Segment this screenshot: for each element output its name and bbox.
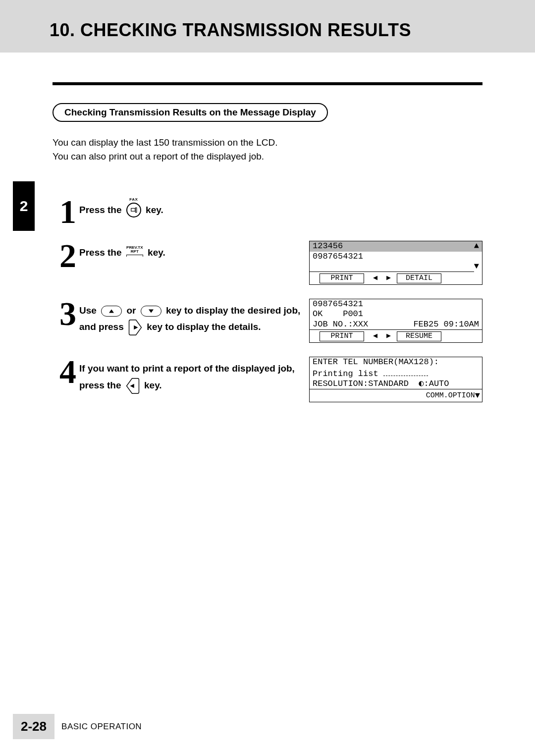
lcd-line: ▼ xyxy=(310,262,482,271)
left-arrow-key-icon xyxy=(126,377,140,395)
softkey-print: PRINT xyxy=(320,273,364,283)
lcd-softkey-row: PRINT ◀ ▶ RESUME xyxy=(310,329,482,342)
intro-line: You can also print out a report of the d… xyxy=(53,150,482,163)
up-arrow-icon: ▲ xyxy=(474,241,479,251)
right-arrow-icon: ▶ xyxy=(386,332,391,341)
text: If you want to print a report of the dis… xyxy=(79,363,295,374)
lcd-softkey-row: COMM.OPTION ▼ xyxy=(310,389,482,402)
step-number: 1 xyxy=(53,197,76,227)
text: key. xyxy=(144,380,162,390)
dashed-field xyxy=(383,368,428,376)
left-arrow-icon: ◀ xyxy=(373,332,377,341)
page-number: 2-28 xyxy=(13,714,54,739)
softkey-print: PRINT xyxy=(320,331,364,341)
step-body: Press the FAX key. xyxy=(79,197,482,220)
step-body: If you want to print a report of the dis… xyxy=(79,357,309,394)
text: key. xyxy=(146,205,163,215)
prevtx-key-icon: PREV.TX RPT xyxy=(126,246,143,257)
oval-up-key-icon xyxy=(101,306,122,317)
text: or xyxy=(126,305,136,316)
fax-key-label: FAX xyxy=(129,198,138,202)
fax-glyph-icon xyxy=(130,207,137,214)
step-row: 4 If you want to print a report of the d… xyxy=(53,357,482,402)
text: Press the xyxy=(79,247,122,258)
lcd-screen: 123456▲ 0987654321 ▼ PRINT ◀ ▶ DETAIL xyxy=(309,241,482,285)
lcd-line: 0987654321 xyxy=(310,252,482,262)
lcd-screen: 0987654321 OK P001 JOB NO.:XXXFEB25 09:1… xyxy=(309,299,482,343)
down-arrow-icon: ▼ xyxy=(475,391,480,401)
lcd-line: ENTER TEL NUMBER(MAX128): xyxy=(310,357,482,367)
lcd-line: 123456▲ xyxy=(310,241,482,251)
lcd-screen: ENTER TEL NUMBER(MAX128): Printing list … xyxy=(309,357,482,402)
softkey-detail: DETAIL xyxy=(397,273,441,283)
lcd-line: RESOLUTION:STANDARD ◐:AUTO xyxy=(310,379,482,389)
text: Use xyxy=(79,305,97,316)
svg-rect-1 xyxy=(135,208,136,212)
section-pill: Checking Transmission Results on the Mes… xyxy=(53,103,482,122)
right-arrow-icon: ▶ xyxy=(386,274,391,283)
text: key to display the desired job, xyxy=(166,305,300,316)
step-row: 1 Press the FAX key. xyxy=(53,197,482,227)
oval-down-key-icon xyxy=(141,306,161,317)
contrast-icon: ◐ xyxy=(419,379,424,388)
chapter-title: 10. CHECKING TRANSMISSION RESULTS xyxy=(50,20,515,41)
left-arrow-icon: ◀ xyxy=(373,274,377,283)
text: key to display the details. xyxy=(147,322,261,332)
chapter-tab: 2 xyxy=(13,181,35,231)
step-row: 2 Press the PREV.TX RPT key. 123456▲ 098… xyxy=(53,241,482,285)
step-number: 3 xyxy=(53,299,76,329)
softkey-resume: RESUME xyxy=(397,331,441,341)
lcd-line: JOB NO.:XXXFEB25 09:10AM xyxy=(310,320,482,329)
intro-line: You can display the last 150 transmissio… xyxy=(53,136,482,150)
footer-section-label: BASIC OPERATION xyxy=(61,722,142,732)
lcd-line: OK P001 xyxy=(310,309,482,319)
horizontal-rule xyxy=(53,82,482,85)
text: key. xyxy=(148,247,165,258)
step-number: 2 xyxy=(53,241,76,271)
prevtx-label2: RPT xyxy=(131,250,139,254)
step-row: 3 Use or key to display the desired job,… xyxy=(53,299,482,343)
step-number: 4 xyxy=(53,357,76,387)
chapter-header: 10. CHECKING TRANSMISSION RESULTS xyxy=(0,0,535,53)
svg-marker-2 xyxy=(134,325,138,329)
page-footer: 2-28 BASIC OPERATION xyxy=(13,714,142,739)
step-body: Press the PREV.TX RPT key. xyxy=(79,241,309,261)
fax-key-icon: FAX xyxy=(126,198,141,217)
softkey-comm-option: COMM.OPTION xyxy=(426,391,475,400)
text: press the xyxy=(79,380,121,390)
svg-marker-3 xyxy=(130,383,134,387)
right-arrow-key-icon xyxy=(128,319,142,336)
down-arrow-icon: ▼ xyxy=(474,262,479,271)
lcd-line: Printing list xyxy=(310,368,482,379)
chapter-tab-number: 2 xyxy=(20,198,28,215)
intro-text: You can display the last 150 transmissio… xyxy=(53,136,482,163)
lcd-softkey-row: PRINT ◀ ▶ DETAIL xyxy=(310,271,474,284)
text: and press xyxy=(79,322,124,332)
lcd-line: 0987654321 xyxy=(310,299,482,309)
step-body: Use or key to display the desired job, a… xyxy=(79,299,309,336)
section-pill-label: Checking Transmission Results on the Mes… xyxy=(53,103,328,122)
text: Press the xyxy=(79,205,122,215)
svg-rect-0 xyxy=(131,209,135,212)
